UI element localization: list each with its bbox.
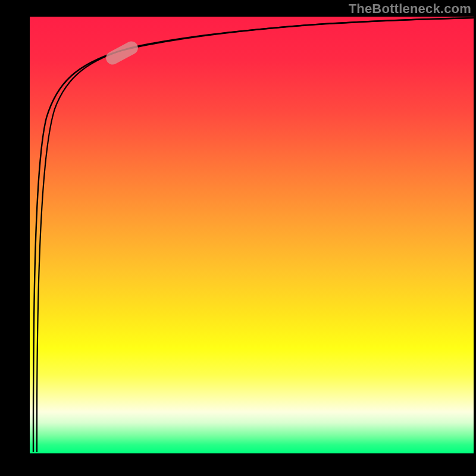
- curve-line: [30, 17, 474, 453]
- plot-area: [30, 17, 474, 453]
- watermark-text: TheBottleneck.com: [349, 1, 471, 17]
- chart-frame: TheBottleneck.com: [0, 0, 476, 476]
